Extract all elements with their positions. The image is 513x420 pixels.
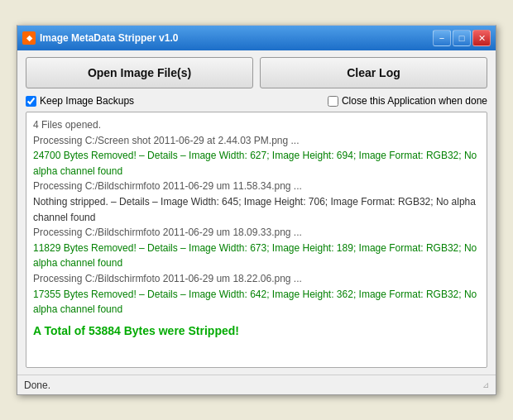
toolbar: Open Image File(s) Clear Log <box>26 57 487 88</box>
content-area: Open Image File(s) Clear Log Keep Image … <box>17 50 496 375</box>
log-line: 17355 Bytes Removed! – Details – Image W… <box>33 287 480 317</box>
keep-backups-checkbox[interactable] <box>26 96 36 107</box>
keep-backups-label[interactable]: Keep Image Backups <box>26 95 134 107</box>
restore-button[interactable]: □ <box>453 30 471 46</box>
close-when-done-label[interactable]: Close this Application when done <box>328 95 487 107</box>
log-line: Processing C:/Bildschirmfoto 2011-06-29 … <box>33 225 480 241</box>
log-line: 11829 Bytes Removed! – Details – Image W… <box>33 241 480 271</box>
log-line: Processing C:/Bildschirmfoto 2011-06-29 … <box>33 271 480 287</box>
title-bar: ◆ Image MetaData Stripper v1.0 − □ ✕ <box>17 26 496 50</box>
minimize-button[interactable]: − <box>433 30 451 46</box>
window-title: Image MetaData Stripper v1.0 <box>40 32 178 44</box>
clear-log-button[interactable]: Clear Log <box>260 57 487 88</box>
close-when-done-checkbox[interactable] <box>328 96 338 107</box>
log-area[interactable]: 4 Files opened.Processing C:/Screen shot… <box>26 112 487 368</box>
log-line: Processing C:/Bildschirmfoto 2011-06-29 … <box>33 179 480 194</box>
log-line: Processing C:/Screen shot 2011-06-29 at … <box>33 133 480 149</box>
title-bar-left: ◆ Image MetaData Stripper v1.0 <box>22 31 178 45</box>
app-icon: ◆ <box>22 31 36 45</box>
options-row: Keep Image Backups Close this Applicatio… <box>26 95 487 107</box>
title-buttons: − □ ✕ <box>433 30 491 46</box>
resize-icon: ⊿ <box>482 380 489 389</box>
main-window: ◆ Image MetaData Stripper v1.0 − □ ✕ Ope… <box>17 25 496 395</box>
log-line: 24700 Bytes Removed! – Details – Image W… <box>33 148 480 179</box>
log-line: Nothing stripped. – Details – Image Widt… <box>33 194 480 225</box>
log-line: 4 Files opened. <box>33 117 480 133</box>
open-image-button[interactable]: Open Image File(s) <box>26 57 253 88</box>
close-button[interactable]: ✕ <box>472 30 491 46</box>
status-text: Done. <box>24 379 50 391</box>
status-bar: Done. ⊿ <box>17 375 496 394</box>
log-line: A Total of 53884 Bytes were Stripped! <box>33 322 480 341</box>
